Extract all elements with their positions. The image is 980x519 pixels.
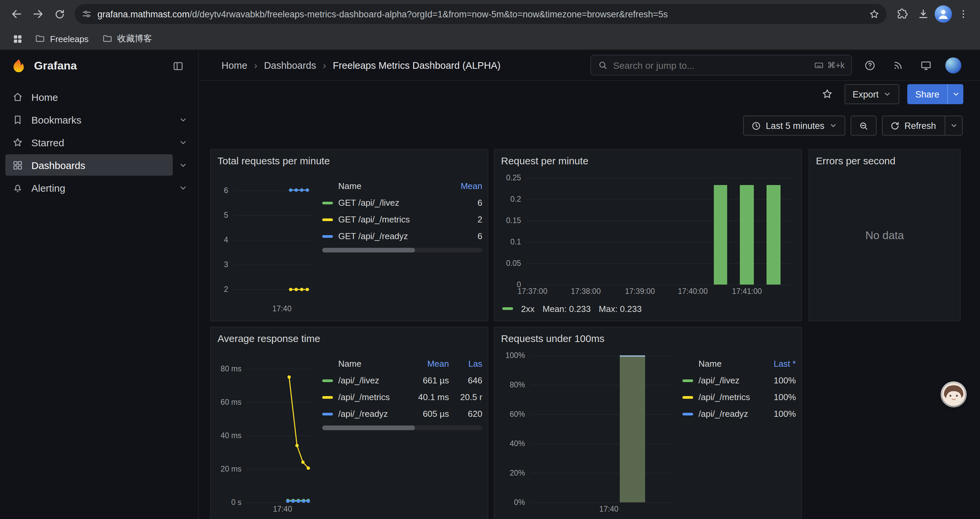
panel-title[interactable]: Request per minute xyxy=(501,155,796,171)
bookmark-icon xyxy=(12,114,23,125)
breadcrumb-home[interactable]: Home xyxy=(221,60,247,70)
series-name[interactable]: GET /api/_/metrics xyxy=(338,214,446,224)
export-button[interactable]: Export xyxy=(845,84,899,104)
profile-person-icon xyxy=(935,5,952,23)
bookmark-star-icon[interactable] xyxy=(869,8,880,20)
sidebar-item-dashboards[interactable]: Dashboards xyxy=(5,154,193,176)
series-name[interactable]: 2xx xyxy=(521,303,535,314)
time-range-picker[interactable]: Last 5 minutes xyxy=(743,115,845,136)
legend-header-name[interactable]: Name xyxy=(338,181,446,191)
search-shortcut: ⌘+k xyxy=(814,60,845,70)
chevron-down-icon[interactable] xyxy=(173,184,193,192)
chevron-down-icon[interactable] xyxy=(173,115,193,124)
series-name[interactable]: GET /api/_/readyz xyxy=(338,231,446,241)
series-color-swatch xyxy=(502,307,513,310)
legend-header-name[interactable]: Name xyxy=(338,359,405,369)
series-name[interactable]: /api/_/metrics xyxy=(338,392,405,402)
assistant-avatar[interactable] xyxy=(942,383,965,406)
grafana-logo[interactable] xyxy=(11,58,27,74)
bookmark-item-freeleaps[interactable]: Freeleaps xyxy=(29,31,94,47)
browser-menu-button[interactable] xyxy=(953,4,973,24)
share-button[interactable]: Share xyxy=(907,84,963,104)
sidebar-item-label: Dashboards xyxy=(31,159,85,171)
site-settings-icon[interactable] xyxy=(81,9,92,19)
sidebar-item-bookmarks[interactable]: Bookmarks xyxy=(5,109,193,130)
legend-row: /api/_/livez 100% xyxy=(682,372,796,389)
chart-avg-response-time[interactable]: 80 ms60 ms40 ms20 ms0 s17:40 xyxy=(216,351,318,516)
series-name[interactable]: /api/_/livez xyxy=(698,375,760,385)
sidebar-item-home[interactable]: Home xyxy=(5,86,193,107)
panel-errors-per-second: Errors per second No data xyxy=(808,149,961,321)
series-mean: 6 xyxy=(452,231,482,241)
brand-name: Grafana xyxy=(34,59,77,73)
legend-row: GET /api/_/readyz 6 xyxy=(322,228,482,244)
kebab-menu-icon xyxy=(958,9,969,19)
series-mean: 40.1 ms xyxy=(410,392,449,402)
series-name[interactable]: /api/_/livez xyxy=(338,375,405,385)
chevron-down-icon xyxy=(883,90,891,98)
series-name[interactable]: GET /api/_/livez xyxy=(338,198,446,208)
series-last: 20.5 r xyxy=(454,392,482,402)
help-button[interactable] xyxy=(861,56,878,74)
refresh-interval-dropdown[interactable] xyxy=(945,116,962,135)
url-bar[interactable]: grafana.mathmast.com/d/deytv4rwavabkb/fr… xyxy=(75,4,886,24)
series-name[interactable]: /api/_/metrics xyxy=(698,392,760,402)
chart-under-100ms[interactable]: 100%80%60%40%20%0%17:40 xyxy=(500,351,678,516)
extensions-button[interactable] xyxy=(892,4,912,24)
downloads-button[interactable] xyxy=(913,4,933,24)
grafana-app: Grafana Home Bookmarks xyxy=(0,50,980,519)
series-color-swatch xyxy=(322,201,333,204)
legend-header-mean[interactable]: Mean xyxy=(410,359,449,369)
sidebar-item-starred[interactable]: Starred xyxy=(5,132,193,153)
user-avatar[interactable] xyxy=(945,57,961,73)
legend-header-last[interactable]: Last * xyxy=(765,359,796,369)
refresh-button[interactable]: Refresh xyxy=(881,115,963,136)
legend-scrollbar[interactable] xyxy=(322,248,482,252)
legend-scrollbar[interactable] xyxy=(322,425,482,430)
sidebar-collapse-button[interactable] xyxy=(169,57,188,75)
share-dropdown-button[interactable] xyxy=(947,84,963,104)
panel-title[interactable]: Requests under 100ms xyxy=(501,333,796,349)
news-rss-button[interactable] xyxy=(889,56,907,74)
favorite-dashboard-button[interactable] xyxy=(818,85,837,104)
series-last: 100% xyxy=(765,409,796,419)
chart-requests-per-minute[interactable]: 0.250.20.150.10.05017:37:0017:38:0017:39… xyxy=(500,174,796,298)
sidebar: Grafana Home Bookmarks xyxy=(0,50,199,519)
search-input[interactable] xyxy=(613,60,808,70)
chevron-down-icon[interactable] xyxy=(173,138,193,147)
panel-title[interactable]: Total requests per minute xyxy=(218,155,482,171)
panel-under-100ms: Requests under 100ms 100%80%60%40%20%0%1… xyxy=(494,327,802,519)
legend-header-last[interactable]: Las xyxy=(454,359,482,369)
browser-profile-avatar[interactable] xyxy=(935,5,952,23)
zoom-out-icon xyxy=(858,121,868,131)
kiosk-monitor-button[interactable] xyxy=(917,56,935,74)
chart-total-requests[interactable]: 6543217:40 xyxy=(216,174,318,315)
series-color-swatch xyxy=(322,379,333,382)
search-box[interactable]: ⌘+k xyxy=(590,55,852,75)
chevron-down-icon[interactable] xyxy=(173,161,193,169)
refresh-label: Refresh xyxy=(904,121,936,131)
home-icon xyxy=(12,91,23,102)
legend-header-name[interactable]: Name xyxy=(698,359,760,369)
series-name[interactable]: /api/_/readyz xyxy=(338,409,405,419)
scrollbar-thumb[interactable] xyxy=(322,248,415,252)
apps-grid-button[interactable] xyxy=(8,29,27,48)
dock-panel-icon xyxy=(172,60,184,72)
reload-button[interactable] xyxy=(49,4,69,24)
share-label[interactable]: Share xyxy=(907,84,947,104)
forward-button[interactable] xyxy=(28,4,48,24)
search-icon xyxy=(598,60,608,70)
bookmark-item-blog[interactable]: 收藏博客 xyxy=(97,30,158,48)
back-button[interactable] xyxy=(7,4,27,24)
scrollbar-thumb[interactable] xyxy=(322,425,415,430)
assistant-avatar-image xyxy=(942,383,965,406)
breadcrumb-dashboards[interactable]: Dashboards xyxy=(264,60,316,70)
panel-total-requests: Total requests per minute 6543217:40 Nam… xyxy=(210,149,488,321)
panel-title[interactable]: Average response time xyxy=(218,333,482,349)
series-name[interactable]: /api/_/readyz xyxy=(698,409,760,419)
sidebar-item-alerting[interactable]: Alerting xyxy=(5,177,193,198)
zoom-out-button[interactable] xyxy=(850,115,876,136)
header-icons xyxy=(861,56,961,74)
series-color-swatch xyxy=(682,396,693,398)
legend-header-mean[interactable]: Mean xyxy=(452,181,482,191)
